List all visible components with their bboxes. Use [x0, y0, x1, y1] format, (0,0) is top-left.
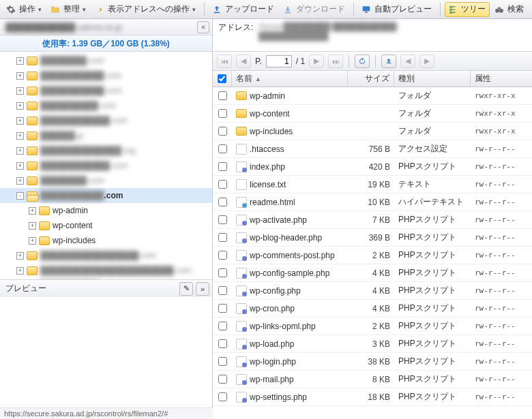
tree-node[interactable]: +███████████.com [0, 68, 212, 83]
expand-icon[interactable]: + [16, 87, 24, 95]
tree-node[interactable]: +████████.com [0, 173, 212, 188]
row-checkbox[interactable] [218, 304, 227, 313]
expand-icon[interactable]: + [16, 252, 24, 260]
arrow-path-icon [94, 4, 105, 15]
tree-node[interactable]: +wp-content [0, 218, 212, 233]
toolbar-address-ops[interactable]: 表示アドレスへの操作 ▾ [91, 2, 200, 17]
row-checkbox[interactable] [218, 251, 227, 260]
page-input[interactable] [266, 55, 292, 67]
directory-tree[interactable]: +████████.com+███████████.com+██████████… [0, 52, 212, 279]
table-row[interactable]: wp-cron.php4 KBPHPスクリプトrw-r--r-- [213, 300, 532, 317]
row-checkbox[interactable] [218, 357, 227, 366]
file-icon [236, 197, 247, 208]
column-kind[interactable]: 種別 [394, 71, 471, 87]
expand-icon[interactable]: + [16, 57, 24, 65]
expand-icon[interactable]: + [16, 267, 24, 275]
toolbar-auto-preview[interactable]: 自動プレビュー [358, 2, 436, 17]
next-page-icon[interactable]: ▶ [309, 55, 324, 68]
tree-node[interactable]: +████████.com [0, 53, 212, 68]
toolbar-upload[interactable]: アップロード [209, 2, 278, 17]
table-row[interactable]: .htaccess756 Bアクセス設定rw-r--r-- [213, 140, 532, 158]
last-page-icon[interactable]: ⏭ [328, 55, 343, 68]
toolbar-operate[interactable]: 操作 ▾ [3, 2, 46, 17]
toolbar-separator [204, 3, 205, 16]
table-row[interactable]: wp-config-sample.php4 KBPHPスクリプトrw-r--r-… [213, 264, 532, 282]
row-checkbox[interactable] [218, 375, 227, 384]
table-row[interactable]: wp-login.php38 KBPHPスクリプトrw-r--r-- [213, 353, 532, 371]
select-all-checkbox[interactable] [213, 71, 232, 87]
table-row[interactable]: wp-comments-post.php2 KBPHPスクリプトrw-r--r-… [213, 247, 532, 264]
table-row[interactable]: license.txt19 KBテキストrw-r--r-- [213, 176, 532, 193]
expand-icon[interactable]: + [16, 147, 24, 155]
tree-node[interactable]: +███████████.com [0, 83, 212, 98]
column-name[interactable]: 名前▲ [232, 71, 348, 87]
table-row[interactable]: wp-load.php3 KBPHPスクリプトrw-r--r-- [213, 335, 532, 353]
expand-right-icon[interactable]: » [196, 282, 209, 296]
row-checkbox[interactable] [218, 109, 227, 118]
collapse-icon[interactable]: - [16, 192, 24, 200]
table-row[interactable]: wp-mail.php8 KBPHPスクリプトrw-r--r-- [213, 371, 532, 388]
table-row[interactable]: index.php420 BPHPスクリプトrw-r--r-- [213, 158, 532, 176]
row-checkbox[interactable] [218, 180, 227, 189]
file-size: 2 KB [348, 322, 394, 331]
table-row[interactable]: wp-contentフォルダrwxr-xr-x [213, 105, 532, 123]
file-table-body[interactable]: wp-adminフォルダrwxr-xr-xwp-contentフォルダrwxr-… [213, 87, 532, 407]
row-checkbox[interactable] [218, 268, 227, 277]
tree-node[interactable]: +████████████.com [0, 158, 212, 173]
expand-icon[interactable]: + [16, 162, 24, 170]
prev-page-icon[interactable]: ◀ [236, 55, 251, 68]
tree-node[interactable]: +wp-admin [0, 203, 212, 218]
expand-icon[interactable]: + [16, 117, 24, 125]
row-checkbox[interactable] [218, 127, 227, 136]
row-checkbox[interactable] [218, 339, 227, 348]
expand-icon[interactable]: + [29, 222, 36, 230]
row-checkbox[interactable] [218, 322, 227, 330]
expand-icon[interactable]: + [29, 207, 36, 215]
collapse-left-icon[interactable]: « [197, 21, 209, 33]
first-page-icon[interactable]: ⏮ [217, 55, 232, 68]
row-checkbox[interactable] [218, 215, 227, 224]
column-attr[interactable]: 属性 [471, 71, 532, 87]
table-row[interactable]: readme.html10 KBハイパーテキストrw-r--r-- [213, 193, 532, 211]
expand-icon[interactable]: + [16, 72, 24, 80]
table-row[interactable]: wp-activate.php7 KBPHPスクリプトrw-r--r-- [213, 211, 532, 229]
row-checkbox[interactable] [218, 233, 227, 242]
refresh-icon[interactable] [355, 55, 370, 68]
row-checkbox[interactable] [218, 198, 227, 206]
table-row[interactable]: wp-settings.php18 KBPHPスクリプトrw-r--r-- [213, 388, 532, 406]
table-row[interactable]: wp-links-opml.php2 KBPHPスクリプトrw-r--r-- [213, 317, 532, 335]
toolbar-download[interactable]: ダウンロード [280, 2, 349, 17]
tree-node[interactable]: +██████████████.org [0, 143, 212, 158]
table-row[interactable]: wp-adminフォルダrwxr-xr-x [213, 87, 532, 105]
toolbar-search[interactable]: 検索 [491, 2, 528, 17]
tree-node[interactable]: -███████████.com [0, 188, 212, 203]
row-checkbox[interactable] [218, 162, 227, 171]
tree-node[interactable]: +████████████.com [0, 113, 212, 128]
table-row[interactable]: wp-includesフォルダrwxr-xr-x [213, 123, 532, 140]
table-row[interactable]: wp-signup.php30 KBPHPスクリプトrw-r--r-- [213, 406, 532, 407]
column-size[interactable]: サイズ [348, 71, 394, 87]
tree-node[interactable]: +██████.jp [0, 128, 212, 143]
expand-icon[interactable]: + [29, 237, 36, 245]
tree-node[interactable]: +█████████████████.com [0, 248, 212, 263]
tree-node[interactable]: +██████████.com [0, 98, 212, 113]
expand-icon[interactable]: + [16, 102, 24, 110]
row-checkbox[interactable] [218, 91, 227, 100]
tree-label: ██████████████.org [40, 146, 136, 155]
table-row[interactable]: wp-blog-header.php369 BPHPスクリプトrw-r--r-- [213, 229, 532, 247]
up-folder-icon[interactable] [381, 55, 396, 68]
file-kind: フォルダ [394, 125, 471, 137]
tree-node[interactable]: +wp-includes [0, 233, 212, 248]
toolbar-tree[interactable]: ツリー [445, 2, 490, 17]
tree-node[interactable]: +███████████████████████.com [0, 263, 212, 278]
table-row[interactable]: wp-config.php4 KBPHPスクリプトrw-r--r-- [213, 282, 532, 300]
row-checkbox[interactable] [218, 392, 227, 401]
edit-icon[interactable]: ✎ [179, 282, 193, 296]
back-icon[interactable]: ◀ [400, 55, 415, 68]
expand-icon[interactable]: + [16, 177, 24, 185]
row-checkbox[interactable] [218, 286, 227, 295]
forward-icon[interactable]: ▶ [419, 55, 434, 68]
expand-icon[interactable]: + [16, 132, 24, 140]
toolbar-organize[interactable]: 整理 ▾ [47, 2, 90, 17]
row-checkbox[interactable] [218, 144, 227, 153]
